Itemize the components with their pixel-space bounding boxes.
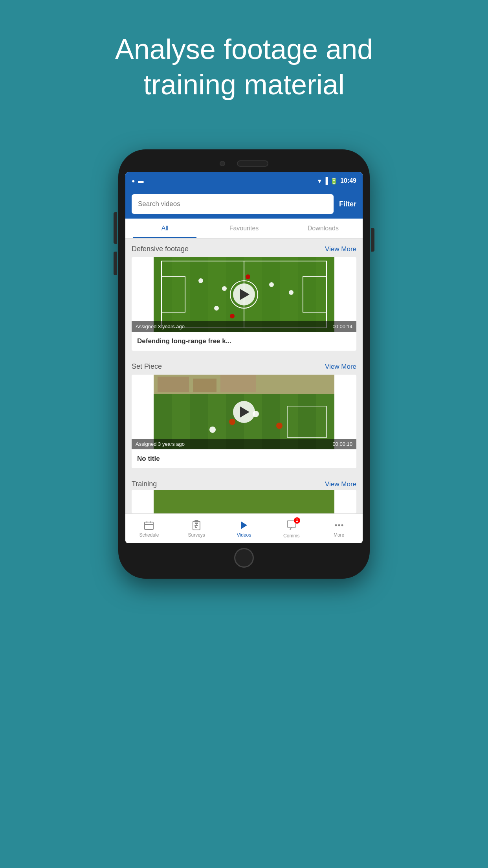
- nav-item-surveys[interactable]: Surveys: [173, 514, 220, 543]
- tab-downloads[interactable]: Downloads: [284, 219, 363, 238]
- status-right-icons: ▾ ▐ 🔋 10:49: [318, 177, 356, 185]
- time-display: 10:49: [340, 177, 356, 184]
- section-header-defensive: Defensive footage View More: [125, 239, 363, 257]
- svg-point-16: [214, 306, 219, 311]
- play-triangle-icon: [240, 289, 250, 300]
- svg-marker-44: [241, 521, 247, 529]
- circle-icon: ●: [132, 178, 135, 184]
- svg-point-12: [222, 286, 227, 291]
- nav-item-more[interactable]: More: [315, 514, 363, 543]
- section-header-setpiece: Set Piece View More: [125, 356, 363, 375]
- video-assigned-2: Assigned 3 years ago: [136, 441, 185, 447]
- home-button[interactable]: [234, 548, 254, 568]
- video-assigned-1: Assigned 3 years ago: [136, 324, 185, 329]
- nav-item-schedule[interactable]: Schedule: [125, 514, 173, 543]
- svg-rect-21: [193, 379, 216, 392]
- svg-point-31: [276, 423, 283, 429]
- svg-line-46: [290, 527, 292, 530]
- svg-rect-4: [262, 257, 280, 332]
- video-title-1[interactable]: Defending long-range free k...: [132, 332, 356, 351]
- nav-label-schedule: Schedule: [139, 532, 159, 538]
- view-more-training[interactable]: View More: [325, 480, 356, 488]
- tab-favourites[interactable]: Favourites: [204, 219, 283, 238]
- wifi-icon: ▾: [318, 177, 321, 185]
- calendar-icon: [143, 520, 154, 531]
- video-duration-1: 00:00:14: [332, 324, 352, 329]
- svg-rect-20: [158, 377, 189, 392]
- svg-rect-5: [298, 257, 316, 332]
- view-more-setpiece[interactable]: View More: [325, 363, 356, 371]
- status-left-icons: ● ▬: [132, 178, 143, 184]
- video-thumbnail-1[interactable]: Assigned 3 years ago 00:00:14: [132, 257, 356, 332]
- nav-badge-comms: 1: [294, 517, 300, 524]
- svg-point-17: [230, 314, 235, 318]
- nav-item-comms[interactable]: 1 Comms: [268, 514, 315, 543]
- svg-point-15: [289, 290, 294, 295]
- video-card-2[interactable]: Assigned 3 years ago 00:00:10 No title: [132, 375, 356, 468]
- play-icon: [238, 520, 250, 531]
- nav-label-surveys: Surveys: [188, 532, 205, 538]
- phone-top: [125, 160, 363, 172]
- section-header-training: Training View More: [125, 474, 363, 490]
- nav-label-comms: Comms: [283, 533, 299, 539]
- tab-all[interactable]: All: [125, 219, 204, 238]
- phone-screen: ● ▬ ▾ ▐ 🔋 10:49 Filter All: [125, 172, 363, 543]
- section-title-training: Training: [132, 480, 157, 488]
- filter-button[interactable]: Filter: [339, 200, 356, 208]
- svg-point-49: [341, 524, 343, 526]
- video-meta-2: Assigned 3 years ago 00:00:10: [132, 439, 356, 449]
- signal-icon: ▐: [323, 177, 328, 184]
- video-thumbnail-2[interactable]: Assigned 3 years ago 00:00:10: [132, 375, 356, 449]
- nav-label-videos: Videos: [237, 532, 251, 538]
- svg-rect-35: [145, 522, 153, 530]
- sd-card-icon: ▬: [138, 178, 143, 184]
- svg-rect-1: [154, 257, 172, 332]
- status-bar: ● ▬ ▾ ▐ 🔋 10:49: [125, 172, 363, 189]
- phone-mockup: ● ▬ ▾ ▐ 🔋 10:49 Filter All: [118, 149, 370, 579]
- phone-bottom-bar: [125, 543, 363, 568]
- video-title-2[interactable]: No title: [132, 449, 356, 468]
- section-title-defensive: Defensive footage: [132, 245, 189, 253]
- battery-icon: 🔋: [330, 177, 338, 185]
- play-triangle-icon-2: [240, 406, 250, 417]
- video-card-1[interactable]: Assigned 3 years ago 00:00:14 Defending …: [132, 257, 356, 351]
- svg-rect-34: [154, 490, 334, 513]
- svg-rect-22: [220, 375, 256, 392]
- view-more-defensive[interactable]: View More: [325, 245, 356, 253]
- power-button: [371, 228, 374, 252]
- play-button-2[interactable]: [233, 401, 255, 423]
- front-camera: [220, 161, 225, 166]
- section-title-setpiece: Set Piece: [132, 362, 162, 371]
- svg-point-11: [198, 278, 203, 283]
- svg-point-29: [229, 419, 235, 425]
- search-bar-container: Filter: [125, 189, 363, 219]
- bottom-nav: Schedule Surveys: [125, 513, 363, 543]
- headline: Analyse footage and training material: [0, 0, 488, 122]
- svg-point-48: [338, 524, 340, 526]
- svg-point-47: [335, 524, 337, 526]
- svg-rect-2: [190, 257, 208, 332]
- content-area: Defensive footage View More: [125, 239, 363, 513]
- volume-up-button: [114, 212, 117, 244]
- headline-text: Analyse footage and: [115, 33, 373, 65]
- volume-down-button: [114, 252, 117, 275]
- training-thumb-partial: [132, 490, 356, 513]
- more-icon: [334, 520, 345, 531]
- video-duration-2: 00:00:10: [332, 441, 352, 447]
- nav-item-videos[interactable]: Videos: [220, 514, 268, 543]
- clipboard-icon: [191, 520, 202, 531]
- svg-point-13: [246, 274, 250, 279]
- video-meta-1: Assigned 3 years ago 00:00:14: [132, 321, 356, 332]
- svg-point-14: [269, 282, 274, 287]
- headline-text2: training material: [143, 69, 345, 100]
- nav-label-more: More: [334, 532, 344, 538]
- search-input[interactable]: [132, 194, 334, 214]
- play-button-1[interactable]: [233, 283, 255, 305]
- tabs-container: All Favourites Downloads: [125, 219, 363, 239]
- svg-point-32: [209, 427, 216, 433]
- speaker: [237, 160, 268, 167]
